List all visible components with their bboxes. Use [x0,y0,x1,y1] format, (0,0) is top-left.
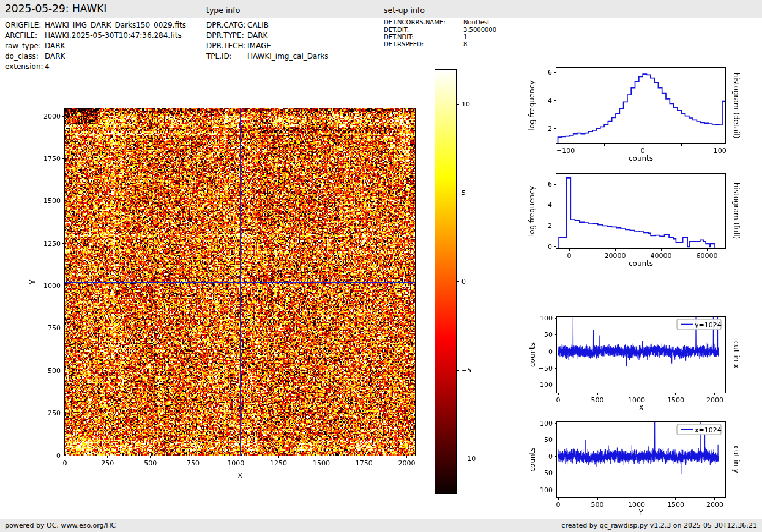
svg-text:−50: −50 [539,364,553,372]
svg-text:100: 100 [540,314,553,322]
svg-text:−100: −100 [534,486,553,494]
cut-in-x-legend: y=1024 [677,319,722,330]
svg-text:y=1024: y=1024 [695,321,722,329]
svg-text:−5: −5 [461,366,471,374]
histogram-detail-plot: −1000100246countslog frequencyhistogram … [528,68,741,163]
plots-area: 0250500750100012501500175020000250500750… [0,0,762,532]
svg-text:5: 5 [461,189,466,197]
svg-text:x=1024: x=1024 [695,426,722,434]
svg-text:cut in y: cut in y [732,446,741,473]
svg-text:counts: counts [528,447,537,471]
svg-text:1500: 1500 [43,197,61,205]
cut-in-y-plot: 0500100015002000−100−50050100Ycountscut … [528,397,741,517]
svg-text:1250: 1250 [270,459,287,467]
svg-text:0: 0 [56,452,61,460]
svg-text:0: 0 [567,252,572,260]
svg-text:2000: 2000 [398,459,416,467]
svg-text:40000: 40000 [651,252,672,260]
cut-in-y-legend: x=1024 [677,424,722,435]
svg-text:−50: −50 [539,469,553,477]
footer-bar: powered by QC: www.eso.org/HC created by… [0,519,762,532]
svg-text:50: 50 [544,436,553,444]
svg-text:100: 100 [540,419,553,427]
svg-text:500: 500 [591,396,604,404]
svg-text:1500: 1500 [313,459,330,467]
svg-text:20000: 20000 [605,252,626,260]
svg-text:750: 750 [187,459,200,467]
svg-text:1000: 1000 [628,396,645,404]
svg-text:6: 6 [548,180,552,188]
svg-text:1000: 1000 [227,459,244,467]
svg-text:1750: 1750 [43,155,61,163]
svg-text:6: 6 [548,68,552,76]
svg-text:counts: counts [629,154,653,163]
dark-frame-image [65,108,415,456]
svg-text:X: X [638,404,643,412]
cut-in-x-plot: 0500100015002000−100−50050100Xcountscut … [528,303,741,412]
svg-text:0: 0 [556,396,561,404]
svg-text:4: 4 [548,97,552,105]
svg-text:0: 0 [548,243,552,251]
colorbar-axis: −10−50510 [457,100,476,462]
svg-text:1500: 1500 [667,501,684,509]
svg-text:Y: Y [638,508,644,517]
svg-text:4: 4 [548,201,552,209]
svg-text:500: 500 [48,367,61,375]
svg-text:500: 500 [591,501,604,509]
svg-text:50: 50 [544,331,553,339]
svg-text:750: 750 [48,324,61,332]
svg-text:2: 2 [548,222,552,230]
svg-text:250: 250 [101,459,114,467]
histogram-full-plot: 02000040000600000246countslog frequencyh… [528,174,741,268]
svg-text:250: 250 [48,409,61,417]
svg-text:1750: 1750 [356,459,373,467]
svg-text:X: X [237,471,242,480]
svg-text:0: 0 [461,278,466,286]
svg-text:log frequency: log frequency [528,186,536,236]
svg-text:500: 500 [144,459,157,467]
footer-right-text: created by qc_rawdisp.py v1.2.3 on 2025-… [561,522,757,530]
svg-text:10: 10 [461,100,470,108]
svg-text:0: 0 [63,459,67,467]
colorbar [435,69,457,494]
qc-report-page: 2025-05-29: HAWKI type info set-up info … [0,0,762,532]
svg-text:cut in x: cut in x [732,341,741,369]
svg-text:0: 0 [548,348,553,356]
svg-text:60000: 60000 [697,252,718,260]
svg-text:2: 2 [548,125,552,133]
svg-text:100: 100 [714,147,727,155]
svg-text:−10: −10 [461,455,476,463]
svg-text:1000: 1000 [43,282,61,290]
svg-text:histogram (full): histogram (full) [732,183,741,240]
svg-text:0: 0 [641,147,645,155]
svg-text:Y: Y [28,279,37,285]
svg-text:1000: 1000 [628,501,645,509]
svg-text:1500: 1500 [667,396,684,404]
svg-text:log frequency: log frequency [528,80,536,130]
svg-text:0: 0 [556,501,561,509]
svg-text:1250: 1250 [43,240,61,248]
svg-text:counts: counts [528,342,537,367]
svg-text:2000: 2000 [706,501,723,509]
svg-text:2000: 2000 [43,113,61,120]
svg-text:0: 0 [548,453,553,460]
footer-left-text: powered by QC: www.eso.org/HC [5,522,116,530]
svg-text:histogram (detail): histogram (detail) [732,73,741,139]
svg-text:−100: −100 [556,147,575,155]
svg-text:counts: counts [629,259,653,268]
svg-text:−100: −100 [534,381,553,389]
svg-text:2000: 2000 [706,396,723,404]
